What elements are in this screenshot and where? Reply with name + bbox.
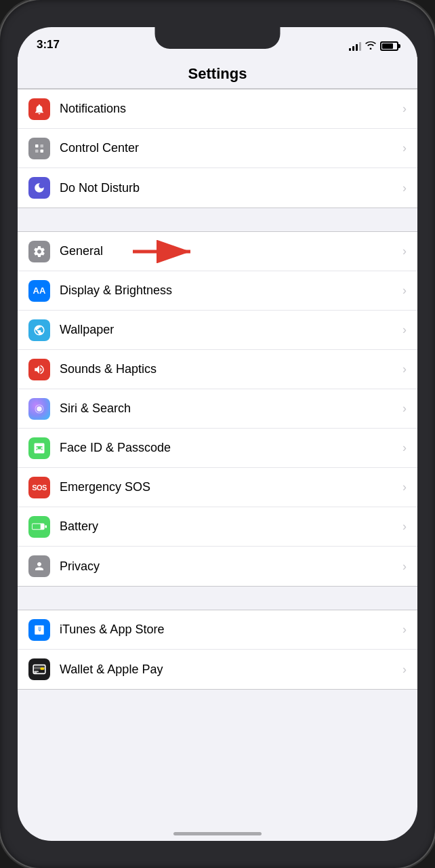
status-time: 3:17: [37, 38, 60, 53]
settings-item-siri[interactable]: Siri & Search ›: [18, 389, 417, 429]
battery-icon: [28, 516, 50, 538]
wallet-chevron: ›: [402, 663, 407, 677]
settings-item-itunes[interactable]: iTunes & App Store ›: [18, 610, 417, 650]
settings-item-sounds[interactable]: Sounds & Haptics ›: [18, 350, 417, 389]
display-chevron: ›: [402, 283, 407, 298]
notifications-chevron: ›: [402, 102, 407, 116]
general-icon: [28, 241, 50, 262]
signal-bar-2: [352, 46, 354, 51]
itunes-icon: [28, 619, 50, 641]
display-icon: AA: [28, 280, 50, 302]
settings-group-1: Notifications › Control Center ›: [18, 89, 417, 208]
svg-rect-3: [41, 149, 44, 153]
svg-rect-0: [35, 144, 39, 148]
emergency-label: Emergency SOS: [60, 480, 397, 494]
svg-rect-1: [41, 144, 44, 148]
privacy-label: Privacy: [60, 559, 397, 574]
settings-item-display[interactable]: AA Display & Brightness ›: [18, 271, 417, 311]
siri-label: Siri & Search: [60, 401, 397, 416]
battery-fill: [382, 43, 393, 49]
svg-rect-2: [35, 149, 39, 153]
sounds-icon: [28, 359, 50, 380]
siri-icon: [28, 398, 50, 420]
status-icons: [349, 41, 398, 53]
wifi-icon: [365, 41, 376, 52]
sounds-label: Sounds & Haptics: [60, 362, 397, 376]
sounds-chevron: ›: [402, 362, 407, 376]
settings-group-3: iTunes & App Store › Wallet & Apple Pay: [18, 610, 417, 690]
group-separator-1: [18, 208, 417, 231]
settings-item-emergency[interactable]: SOS Emergency SOS ›: [18, 468, 417, 507]
wallpaper-chevron: ›: [402, 323, 407, 337]
bottom-spacer: [18, 690, 417, 730]
svg-rect-10: [45, 525, 47, 528]
battery-chevron: ›: [402, 519, 407, 534]
privacy-chevron: ›: [402, 559, 407, 574]
signal-bar-3: [356, 44, 358, 51]
notifications-icon: [28, 98, 50, 120]
battery-label: Battery: [60, 519, 397, 534]
settings-item-control-center[interactable]: Control Center ›: [18, 129, 417, 168]
page-header: Settings: [18, 57, 417, 89]
general-label: General: [60, 244, 397, 258]
general-chevron: ›: [402, 244, 407, 258]
display-label: Display & Brightness: [60, 283, 397, 298]
settings-item-general[interactable]: General ›: [18, 232, 417, 271]
do-not-disturb-icon: [28, 177, 50, 199]
control-center-chevron: ›: [402, 141, 407, 155]
settings-content[interactable]: Settings Notifications ›: [18, 57, 417, 841]
wallpaper-icon: [28, 319, 50, 341]
emergency-icon: SOS: [28, 477, 50, 498]
wallet-icon: [28, 658, 50, 680]
control-center-icon: [28, 138, 50, 159]
settings-item-privacy[interactable]: Privacy ›: [18, 547, 417, 586]
page-title: Settings: [188, 65, 247, 82]
itunes-chevron: ›: [402, 623, 407, 637]
do-not-disturb-label: Do Not Disturb: [60, 181, 397, 195]
faceid-icon: [28, 437, 50, 459]
itunes-label: iTunes & App Store: [60, 623, 397, 637]
wallet-label: Wallet & Apple Pay: [60, 663, 397, 677]
settings-item-battery[interactable]: Battery ›: [18, 507, 417, 547]
control-center-label: Control Center: [60, 141, 397, 155]
signal-bar-4: [359, 42, 361, 51]
notifications-label: Notifications: [60, 102, 397, 116]
svg-point-6: [37, 406, 42, 412]
settings-group-2: General › AA Display & Brightness: [18, 231, 417, 587]
faceid-chevron: ›: [402, 441, 407, 455]
settings-item-wallet[interactable]: Wallet & Apple Pay ›: [18, 650, 417, 689]
settings-item-do-not-disturb[interactable]: Do Not Disturb ›: [18, 168, 417, 208]
group-separator-2: [18, 587, 417, 610]
faceid-label: Face ID & Passcode: [60, 441, 397, 455]
home-indicator[interactable]: [173, 832, 262, 835]
do-not-disturb-chevron: ›: [402, 181, 407, 195]
wallpaper-label: Wallpaper: [60, 323, 397, 337]
privacy-icon: [28, 555, 50, 577]
emergency-chevron: ›: [402, 480, 407, 494]
signal-icon: [349, 41, 361, 51]
signal-bar-1: [349, 48, 351, 51]
svg-rect-13: [41, 668, 45, 670]
svg-rect-9: [33, 524, 41, 530]
phone-frame: 3:17: [0, 0, 435, 868]
battery-status-icon: [380, 41, 398, 51]
phone-screen: 3:17: [18, 27, 417, 841]
settings-item-notifications[interactable]: Notifications ›: [18, 90, 417, 129]
siri-chevron: ›: [402, 401, 407, 416]
notch: [155, 27, 281, 49]
settings-item-wallpaper[interactable]: Wallpaper ›: [18, 311, 417, 350]
settings-item-faceid[interactable]: Face ID & Passcode ›: [18, 429, 417, 468]
